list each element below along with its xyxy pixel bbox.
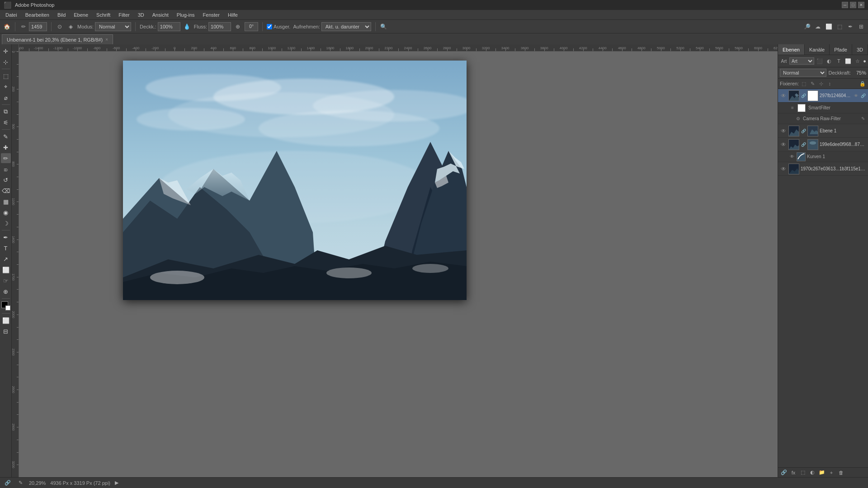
menu-schrift[interactable]: Schrift [93,10,114,19]
canvas-scroll-area[interactable] [19,52,778,477]
ausger-checkbox[interactable] [267,24,272,29]
add-style-icon[interactable]: fx [789,469,797,477]
layer-eye-2[interactable]: 👁 [780,127,787,135]
brush-size-input[interactable] [29,22,47,31]
deckkraft-input[interactable] [158,22,180,31]
gradient-tool[interactable]: ▦ [1,197,11,206]
angle-icon[interactable]: ⊕ [234,23,242,31]
add-mask-icon[interactable]: ⬚ [799,469,807,477]
brush-angle-icon[interactable]: ◈ [66,23,75,31]
lock-pixels-icon[interactable]: ⬚ [800,80,807,87]
minimize-button[interactable]: ─ [842,2,848,8]
crop-tool[interactable]: ⧉ [1,107,11,117]
lock-position-icon[interactable]: ✎ [809,80,816,87]
tab-3d[interactable]: 3D [852,44,868,55]
healing-tool[interactable]: ✚ [1,142,11,152]
adjust-filter-icon[interactable]: ◐ [825,57,833,65]
tab-ebenen[interactable]: Ebenen [778,44,805,55]
layers-kind-icon[interactable]: Art [780,57,788,65]
text-tool[interactable]: T [1,243,11,253]
brush-icon[interactable]: ✏ [19,23,28,31]
marquee-tool[interactable]: ⬚ [1,71,11,81]
toggle-icon[interactable]: ⊞ [857,23,865,31]
path-tool[interactable]: ↗ [1,254,11,264]
tab-close-button[interactable]: × [105,37,108,42]
layer-link-icon-1[interactable]: 🔗 [860,93,866,99]
menu-datei[interactable]: Datei [2,10,21,19]
lock-icon[interactable]: 🔒 [859,80,866,87]
slice-tool[interactable]: ⚟ [1,117,11,127]
layer-eye-icon-1[interactable]: 👁 [853,93,859,99]
lock-all-icon[interactable]: ↕ [826,80,833,87]
tab-kanaele[interactable]: Kanäle [805,44,830,55]
menu-filter[interactable]: Filter [115,10,133,19]
type-filter-icon[interactable]: T [835,57,843,65]
mask-tool[interactable]: ⬜ [1,315,11,325]
foreground-color[interactable] [1,301,10,310]
blur-tool[interactable]: ◉ [1,207,11,217]
wand-tool[interactable]: ⌀ [1,93,11,103]
menu-bild[interactable]: Bild [54,10,69,19]
layers-art-select[interactable]: Art [789,57,814,65]
shape-filter-icon[interactable]: ⬜ [844,57,852,65]
add-layer-icon[interactable]: + [827,469,835,477]
artboard-tool[interactable]: ⊹ [1,57,11,67]
brush-tool[interactable]: ✏ [1,153,11,163]
smart-filter-icon[interactable]: ☆ [854,57,862,65]
aufnehmen-select[interactable]: Akt. u. darunter [321,22,371,31]
filter-toggle[interactable]: ● [863,58,866,64]
info-icon[interactable]: ⬚ [835,23,844,31]
sub-layer-smartfilter[interactable]: ≡ SmartFilter [778,103,868,113]
pen-tool[interactable]: ✒ [1,232,11,242]
fluss-input[interactable] [208,22,231,31]
hand-tool[interactable]: ☞ [1,276,11,286]
eraser-tool[interactable]: ⌫ [1,186,11,196]
history-tool[interactable]: ↺ [1,175,11,185]
status-icon-2[interactable]: ✎ [16,479,24,487]
search-icon[interactable]: 🔎 [803,23,811,31]
menu-bearbeiten[interactable]: Bearbeiten [22,10,53,19]
menu-3d[interactable]: 3D [134,10,148,19]
layers-mode-select[interactable]: Normal [780,69,826,77]
tab-pfade[interactable]: Pfade [830,44,852,55]
menu-fenster[interactable]: Fenster [199,10,223,19]
zoom-tool[interactable]: ⊕ [1,286,11,296]
dodge-tool[interactable]: ☽ [1,218,11,228]
menu-hilfe[interactable]: Hilfe [224,10,241,19]
lasso-tool[interactable]: ⌖ [1,82,11,92]
menu-ebene[interactable]: Ebene [70,10,92,19]
shape-tool[interactable]: ⬜ [1,265,11,275]
brush-preset-icon[interactable]: ⊙ [56,23,64,31]
airbrush-icon[interactable]: 💧 [183,23,191,31]
layer-eye-4[interactable]: 👁 [780,165,787,173]
sub-layer-cameraraw[interactable]: ⚙ Camera Raw-Filter ✎ [778,113,868,124]
cameraraw-edit[interactable]: ✎ [860,116,866,122]
layer-item-smart3[interactable]: 👁 1970c267e03613...1b3f115e14179 [778,162,868,176]
link-layers-icon[interactable]: 🔗 [780,469,788,477]
pixel-filter-icon[interactable]: ⬛ [816,57,824,65]
document-tab[interactable]: Unbenannt-1 bei 20,3% (Ebene 1, RGB/8#) … [2,34,113,44]
home-icon[interactable]: 🏠 [3,23,11,31]
brush2-icon[interactable]: ✒ [846,23,854,31]
close-button[interactable]: ✕ [858,2,864,8]
cloud-icon[interactable]: ☁ [814,23,822,31]
eyedropper-icon[interactable]: 🔍 [380,23,388,31]
layer-item-ebene1[interactable]: 👁 🔗 Ebene 1 [778,124,868,138]
status-icon-1[interactable]: 🔗 [4,479,12,487]
add-adjustment-icon[interactable]: ◐ [808,469,816,477]
menu-ansicht[interactable]: Ansicht [149,10,172,19]
kurven-eye[interactable]: 👁 [789,153,795,160]
lock-artboard-icon[interactable]: ⊹ [817,80,825,87]
move-tool[interactable]: ✛ [1,46,11,56]
layer-item-smart1[interactable]: 👁 🔗 297fb124604...93a047894a38 [778,89,868,103]
layer-eye-3[interactable]: 👁 [780,141,787,148]
delete-layer-icon[interactable]: 🗑 [837,469,845,477]
menu-plugins[interactable]: Plug-ins [173,10,198,19]
screen-mode[interactable]: ⊟ [1,326,11,336]
sub-layer-kurven[interactable]: 👁 Kurven 1 [778,151,868,162]
add-group-icon[interactable]: 📁 [818,469,826,477]
mode-select[interactable]: Normal [95,22,131,31]
zoom-icon[interactable]: ⬜ [825,23,833,31]
eyedropper-tool[interactable]: ✎ [1,131,11,141]
clone-tool[interactable]: ⎄ [1,164,11,174]
